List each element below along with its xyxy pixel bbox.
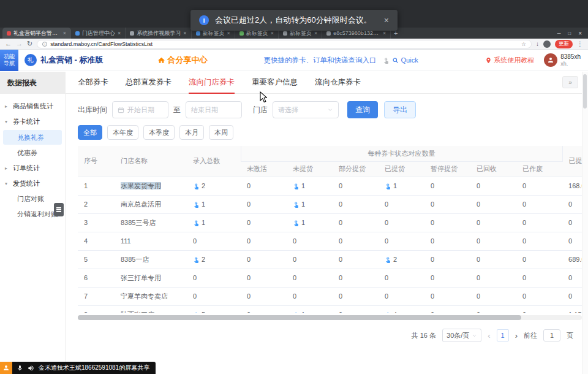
- minimize-icon[interactable]: ─: [557, 31, 561, 36]
- quick-search[interactable]: Quick: [383, 56, 418, 64]
- cell-value: 0: [247, 292, 251, 300]
- table-row[interactable]: 4111000000000: [78, 232, 582, 250]
- browser-menu-icon[interactable]: ⋮: [577, 41, 583, 47]
- sidebar-item[interactable]: 优惠券: [0, 145, 65, 161]
- cell-value: 0: [477, 256, 480, 263]
- cell-value: 0: [522, 200, 526, 208]
- start-date-input[interactable]: 开始日期: [112, 101, 168, 118]
- col-header: 未激活: [241, 161, 287, 177]
- table-row[interactable]: 58385一店20002000689.0: [78, 250, 582, 269]
- start-date-placeholder: 开始日期: [127, 105, 154, 115]
- next-page-icon[interactable]: ›: [515, 331, 518, 340]
- tutorial-label: 系统使用教程: [494, 56, 534, 65]
- volume-icon[interactable]: [28, 365, 34, 372]
- end-date-input[interactable]: 结束日期: [186, 101, 242, 118]
- tab-close-icon[interactable]: ×: [118, 30, 121, 36]
- browser-tab[interactable]: 礼盒营销平台管理中心×: [2, 28, 71, 39]
- sidebar-item[interactable]: ▾券卡统计: [0, 114, 65, 129]
- scrollbar-thumb[interactable]: [78, 315, 521, 320]
- export-button[interactable]: 导出: [384, 101, 416, 118]
- table-cell: 0: [287, 287, 333, 305]
- tab-close-icon[interactable]: ×: [183, 30, 186, 36]
- cell-value: 0: [293, 274, 296, 281]
- store-select[interactable]: 请选择: [273, 101, 339, 118]
- table-row[interactable]: 7宁夏羊肉专卖店000000000: [78, 287, 582, 305]
- vertical-scrollbar-thumb[interactable]: [583, 74, 587, 109]
- quick-filter-button[interactable]: 全部: [78, 125, 102, 140]
- quick-filter-button[interactable]: 本月: [179, 125, 204, 140]
- table-cell: 0: [333, 213, 379, 232]
- reload-icon[interactable]: ↻: [27, 40, 32, 47]
- cell-value: 0: [477, 200, 480, 208]
- tab-close-icon[interactable]: ×: [227, 30, 230, 36]
- forward-icon[interactable]: →: [16, 40, 23, 47]
- sidebar-item[interactable]: ▾发货统计: [0, 176, 65, 191]
- table-cell: 0: [516, 250, 562, 269]
- table-cell: 0: [562, 269, 582, 287]
- info-icon: i: [199, 15, 209, 25]
- vertical-scrollbar[interactable]: [582, 72, 588, 374]
- main-tab[interactable]: 重要客户信息: [252, 72, 298, 94]
- site-info-icon[interactable]: i: [42, 42, 47, 47]
- chevron-down-icon: [327, 107, 333, 113]
- tutorial-link[interactable]: 系统使用教程: [485, 56, 534, 65]
- sidebar-item[interactable]: ▸订单统计: [0, 161, 65, 176]
- table-cell: 1: [287, 305, 333, 313]
- tab-close-icon[interactable]: ×: [63, 30, 66, 36]
- update-button[interactable]: 更新: [555, 40, 573, 48]
- quick-filter-button[interactable]: 本周: [209, 125, 233, 140]
- main-tab[interactable]: 流向门店券卡: [189, 72, 235, 94]
- browser-tab[interactable]: 系统操作视频学习×: [126, 28, 191, 39]
- table-cell: 7: [78, 287, 115, 305]
- quick-filter-button[interactable]: 本季度: [143, 125, 175, 140]
- tab-close-icon[interactable]: ×: [271, 30, 274, 36]
- browser-tab[interactable]: 门店管理中心×: [71, 28, 126, 39]
- sidebar-item[interactable]: 兑换礼券: [3, 130, 62, 145]
- url-field[interactable]: i standard.maboy.cn/CardFlowStatisticsLi…: [37, 40, 532, 48]
- sidebar-collapse-handle[interactable]: [54, 203, 64, 216]
- goto-page-input[interactable]: [543, 329, 560, 342]
- table-row[interactable]: 8陕西张三店501040001,152.0: [78, 305, 582, 313]
- quick-filter-button[interactable]: 本年度: [107, 125, 138, 140]
- table-row[interactable]: 38385三号店101000000: [78, 213, 582, 232]
- main-tab[interactable]: 流向仓库券卡: [315, 72, 361, 94]
- table-row[interactable]: 1水果发货专用20101000168.0: [78, 177, 582, 195]
- tab-close-icon[interactable]: ×: [314, 30, 317, 36]
- microphone-icon[interactable]: [17, 365, 23, 372]
- bookmark-icon[interactable]: ☆: [521, 41, 526, 47]
- cell-value: 0: [385, 200, 388, 208]
- cell-value: 0: [431, 200, 434, 208]
- user-menu[interactable]: 8385xh xh.: [544, 53, 581, 67]
- sidebar-item-label: 订单统计: [13, 164, 40, 173]
- main-tab[interactable]: 总部直发券卡: [126, 72, 172, 94]
- function-nav-button[interactable]: 功能 导航: [0, 50, 18, 71]
- search-button[interactable]: 查询: [347, 101, 378, 118]
- window-close-icon[interactable]: ×: [578, 30, 582, 37]
- profile-avatar[interactable]: [543, 40, 551, 48]
- maximize-icon[interactable]: □: [568, 31, 571, 36]
- sidebar-item[interactable]: ▸商品销售统计: [0, 99, 65, 114]
- panel-collapse-button[interactable]: »: [562, 76, 578, 88]
- current-page[interactable]: 1: [497, 329, 509, 342]
- tab-close-icon[interactable]: ×: [383, 30, 386, 36]
- page-size-select[interactable]: 30条/页: [442, 329, 481, 342]
- cell-value: 0: [193, 274, 197, 281]
- close-icon[interactable]: ×: [384, 15, 389, 25]
- table-row[interactable]: 6张三打单专用000000000: [78, 269, 582, 287]
- share-center-link[interactable]: 合分享中心: [157, 55, 208, 66]
- back-icon[interactable]: ←: [5, 40, 12, 47]
- cell-value: 0: [431, 237, 434, 245]
- cell-value: 1: [202, 219, 205, 226]
- horizontal-scrollbar[interactable]: [78, 315, 582, 320]
- prev-page-icon[interactable]: ‹: [488, 331, 490, 340]
- table-row[interactable]: 2南京总盘活用101000000: [78, 195, 582, 213]
- cell-value: 南京总盘活用: [121, 200, 161, 208]
- download-icon[interactable]: ↓: [536, 41, 539, 47]
- url-text: standard.maboy.cn/CardFlowStatisticsList: [50, 41, 153, 47]
- brand: 礼 礼盒营销 - 标准版: [24, 54, 104, 66]
- table-cell: 0: [562, 287, 582, 305]
- address-bar: ← → ↻ i standard.maboy.cn/CardFlowStatis…: [0, 39, 588, 50]
- main-tab[interactable]: 全部券卡: [78, 72, 108, 94]
- tab-favicon: [75, 31, 80, 36]
- cell-value: 张三打单专用: [121, 274, 161, 281]
